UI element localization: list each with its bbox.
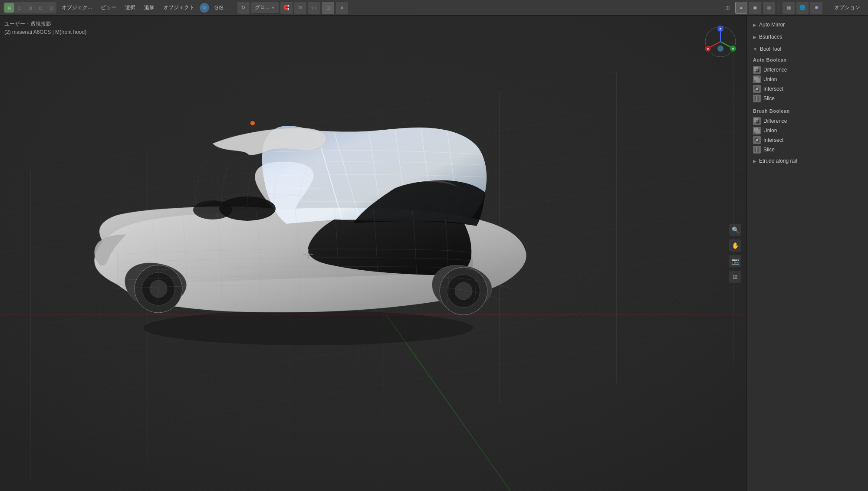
auto-diff-btn[interactable]: Difference <box>747 65 868 75</box>
svg-point-5 <box>143 311 473 345</box>
viewport-shading-render[interactable]: ◎ <box>763 2 775 14</box>
brush-boolean-header: Brush Boolean <box>747 106 868 116</box>
grid-background <box>0 16 746 491</box>
menu-object[interactable]: オブジェクト <box>160 2 198 13</box>
svg-text:Z: Z <box>720 27 722 31</box>
auto-intersect-label: Intersect <box>763 86 783 92</box>
etrude-rail-header[interactable]: ▶ Etrude along rail <box>747 155 868 167</box>
auto-diff-label: Difference <box>763 67 787 73</box>
svg-rect-39 <box>756 69 758 71</box>
toolbar-right: ◫ ● ◉ ◎ ▦ 🌐 ⊕ オプション <box>721 2 865 14</box>
bool-tool-label: Bool Tool <box>760 46 781 52</box>
svg-rect-54 <box>756 139 758 141</box>
toolbar-sep-1 <box>779 3 779 12</box>
snap-type[interactable]: ∧ <box>336 2 348 14</box>
section-etrude-rail: ▶ Etrude along rail <box>747 155 868 167</box>
svg-rect-44 <box>756 88 758 90</box>
snap-toggle[interactable]: ◻ <box>322 2 334 14</box>
brush-diff-label: Difference <box>763 118 787 124</box>
auto-slice-label: Slice <box>763 95 775 101</box>
viewport-shading-material[interactable]: ◉ <box>749 2 761 14</box>
brush-union-label: Union <box>763 128 777 134</box>
svg-point-36 <box>717 46 723 52</box>
brush-diff-icon <box>753 117 761 125</box>
auto-mirror-label: Auto Mirror <box>759 22 785 28</box>
bool-tool-header[interactable]: ▼ Bool Tool <box>747 43 868 55</box>
brush-slice-icon <box>753 146 761 154</box>
mode-icon-5[interactable]: ◻ <box>46 3 56 13</box>
brush-slice-btn[interactable]: Slice <box>747 145 868 154</box>
toolbar-sep-2 <box>826 3 826 12</box>
auto-slice-btn[interactable]: Slice <box>747 94 868 103</box>
auto-union-label: Union <box>763 76 777 82</box>
svg-point-13 <box>193 200 232 219</box>
svg-point-16 <box>150 280 167 298</box>
viewport-side-icons: 🔍 ✋ 📷 ⊞ <box>729 224 741 283</box>
svg-text:X: X <box>707 47 709 51</box>
global-dropdown[interactable]: グロ... ▼ <box>251 2 279 13</box>
snap-points[interactable]: ⊹⊹ <box>308 2 320 14</box>
auto-mirror-arrow: ▶ <box>753 23 756 27</box>
snap-icon[interactable]: 🧲 <box>280 2 293 14</box>
auto-mirror-header[interactable]: ▶ Auto Mirror <box>747 19 868 30</box>
viewport-shading-wire[interactable]: ◫ <box>721 2 733 14</box>
menu-select[interactable]: 選択 <box>122 2 139 13</box>
auto-union-icon <box>753 75 761 83</box>
mode-icon-group: ▦ ◻ ◻ ◻ ◻ <box>3 2 56 13</box>
brush-diff-btn[interactable]: Difference <box>747 116 868 126</box>
proportional-edit[interactable]: ⊙ <box>294 2 306 14</box>
etrude-rail-label: Etrude along rail <box>759 158 797 164</box>
auto-slice-icon <box>753 95 761 102</box>
etrude-rail-arrow: ▶ <box>753 159 756 164</box>
bool-tool-arrow: ▼ <box>753 47 757 52</box>
transform-orientation[interactable]: ↻ <box>237 2 250 14</box>
brush-intersect-btn[interactable]: Intersect <box>747 135 868 145</box>
svg-rect-41 <box>756 79 760 82</box>
bsurfaces-label: Bsurfaces <box>759 34 782 40</box>
brush-union-btn[interactable]: Union <box>747 126 868 135</box>
viewport-shading-solid[interactable]: ● <box>735 2 747 14</box>
mode-icon-2[interactable]: ◻ <box>15 3 24 13</box>
menu-view[interactable]: ビュー <box>97 2 120 13</box>
overlay-toggle[interactable]: ▦ <box>783 2 795 14</box>
mode-icon-3[interactable]: ◻ <box>25 3 35 13</box>
magnify-icon[interactable]: 🔍 <box>729 224 741 236</box>
viewport[interactable]: ユーザー・透視投影 (2) maserati A6GCS | M(front h… <box>0 16 746 491</box>
auto-boolean-section: Auto Boolean Difference <box>747 55 868 103</box>
svg-text:Y: Y <box>732 47 734 51</box>
menu-gis[interactable]: GIS <box>211 3 227 13</box>
gizmo-toggle[interactable]: 🌐 <box>796 2 809 14</box>
svg-point-20 <box>250 121 255 125</box>
hand-icon[interactable]: ✋ <box>729 239 741 252</box>
auto-boolean-header: Auto Boolean <box>747 55 868 65</box>
section-bsurfaces: ▶ Bsurfaces <box>747 31 868 43</box>
mode-icon-4[interactable]: ◻ <box>36 3 45 13</box>
auto-intersect-btn[interactable]: Intersect <box>747 84 868 94</box>
nav-gizmo[interactable]: Z X Y <box>703 24 738 59</box>
svg-rect-49 <box>756 120 758 122</box>
brush-union-icon <box>753 127 761 134</box>
auto-union-btn[interactable]: Union <box>747 75 868 84</box>
camera-icon[interactable]: 📷 <box>729 255 741 267</box>
auto-intersect-icon <box>753 85 761 93</box>
svg-rect-51 <box>756 130 760 133</box>
section-auto-mirror: ▶ Auto Mirror <box>747 19 868 30</box>
auto-diff-icon <box>753 66 761 74</box>
right-panel: ▶ Auto Mirror ▶ Bsurfaces ▼ Bool Tool Au… <box>746 16 868 491</box>
brush-intersect-label: Intersect <box>763 137 783 143</box>
top-toolbar: ▦ ◻ ◻ ◻ ◻ オブジェク... ビュー 選択 追加 オブジェクト 🌐 GI… <box>0 0 868 16</box>
bsurfaces-header[interactable]: ▶ Bsurfaces <box>747 31 868 43</box>
grid-icon[interactable]: ⊞ <box>729 271 741 283</box>
options-button[interactable]: オプション <box>830 2 865 13</box>
brush-intersect-icon <box>753 136 761 144</box>
mode-icon-1[interactable]: ▦ <box>4 3 14 13</box>
bsurfaces-arrow: ▶ <box>753 35 756 39</box>
section-bool-tool: ▼ Bool Tool Auto Boolean Difference <box>747 43 868 154</box>
gis-icon[interactable]: 🌐 <box>200 3 209 13</box>
menu-add[interactable]: 追加 <box>141 2 158 13</box>
viewport-gizmo[interactable]: ⊕ <box>810 2 822 14</box>
brush-boolean-section: Brush Boolean Difference <box>747 106 868 154</box>
brush-slice-label: Slice <box>763 147 775 153</box>
menu-object-mode[interactable]: オブジェク... <box>58 2 95 13</box>
svg-point-19 <box>455 282 472 300</box>
